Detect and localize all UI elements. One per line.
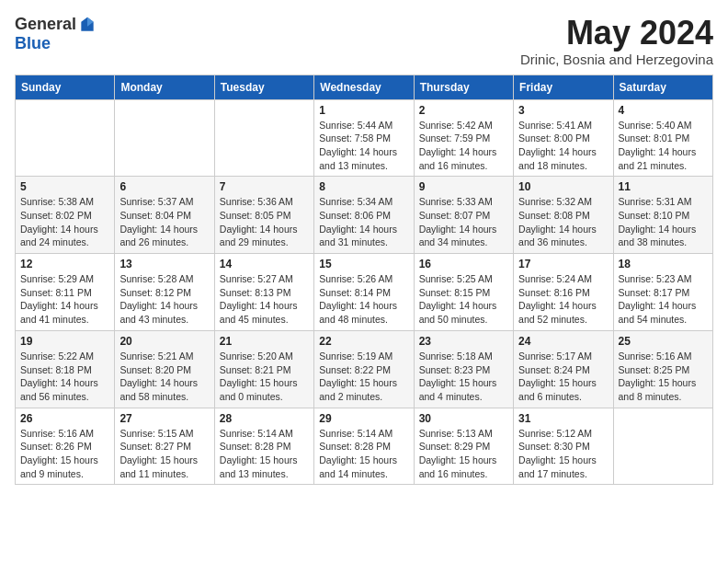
calendar-cell: 26Sunrise: 5:16 AMSunset: 8:26 PMDayligh… <box>16 408 115 485</box>
day-info: Sunrise: 5:17 AMSunset: 8:24 PMDaylight:… <box>518 350 608 404</box>
calendar-cell: 18Sunrise: 5:23 AMSunset: 8:17 PMDayligh… <box>613 254 712 331</box>
day-number: 10 <box>518 180 608 193</box>
day-number: 20 <box>119 335 209 348</box>
calendar-cell: 10Sunrise: 5:32 AMSunset: 8:08 PMDayligh… <box>514 177 613 254</box>
day-number: 12 <box>20 258 109 270</box>
calendar-cell: 20Sunrise: 5:21 AMSunset: 8:20 PMDayligh… <box>115 330 214 408</box>
calendar-week-row: 26Sunrise: 5:16 AMSunset: 8:26 PMDayligh… <box>16 408 713 485</box>
day-number: 23 <box>419 335 508 348</box>
calendar-day-header: Thursday <box>414 75 513 99</box>
day-number: 21 <box>220 335 309 348</box>
day-number: 3 <box>518 104 608 117</box>
day-info: Sunrise: 5:33 AMSunset: 8:07 PMDaylight:… <box>419 195 508 249</box>
day-info: Sunrise: 5:36 AMSunset: 8:05 PMDaylight:… <box>220 195 309 249</box>
calendar-cell: 27Sunrise: 5:15 AMSunset: 8:27 PMDayligh… <box>115 408 214 485</box>
day-number: 1 <box>319 104 408 117</box>
calendar-cell: 25Sunrise: 5:16 AMSunset: 8:25 PMDayligh… <box>613 330 712 408</box>
calendar-day-header: Monday <box>115 75 214 99</box>
calendar-week-row: 1Sunrise: 5:44 AMSunset: 7:58 PMDaylight… <box>16 99 713 177</box>
day-number: 19 <box>20 335 109 348</box>
month-title: May 2024 <box>520 15 713 52</box>
calendar-cell: 15Sunrise: 5:26 AMSunset: 8:14 PMDayligh… <box>314 254 414 331</box>
day-info: Sunrise: 5:24 AMSunset: 8:16 PMDaylight:… <box>518 272 608 327</box>
calendar-header-row: SundayMondayTuesdayWednesdayThursdayFrid… <box>16 75 713 99</box>
calendar-cell: 17Sunrise: 5:24 AMSunset: 8:16 PMDayligh… <box>514 254 613 331</box>
day-number: 28 <box>220 412 309 425</box>
day-info: Sunrise: 5:42 AMSunset: 7:59 PMDaylight:… <box>419 119 508 173</box>
calendar-cell <box>16 99 115 177</box>
logo: General Blue <box>15 15 97 53</box>
day-number: 31 <box>518 412 608 425</box>
location-text: Drinic, Bosnia and Herzegovina <box>520 52 713 67</box>
calendar-cell: 13Sunrise: 5:28 AMSunset: 8:12 PMDayligh… <box>115 254 214 331</box>
calendar-cell: 12Sunrise: 5:29 AMSunset: 8:11 PMDayligh… <box>16 254 115 331</box>
day-info: Sunrise: 5:12 AMSunset: 8:30 PMDaylight:… <box>518 427 608 481</box>
logo-general-text: General <box>15 15 76 34</box>
day-number: 29 <box>319 412 408 425</box>
day-number: 22 <box>319 335 408 348</box>
day-number: 27 <box>119 412 209 425</box>
calendar-week-row: 12Sunrise: 5:29 AMSunset: 8:11 PMDayligh… <box>16 254 713 331</box>
calendar-day-header: Wednesday <box>314 75 414 99</box>
day-info: Sunrise: 5:44 AMSunset: 7:58 PMDaylight:… <box>319 119 408 173</box>
day-info: Sunrise: 5:13 AMSunset: 8:29 PMDaylight:… <box>419 427 508 481</box>
calendar-cell: 31Sunrise: 5:12 AMSunset: 8:30 PMDayligh… <box>514 408 613 485</box>
calendar-cell: 30Sunrise: 5:13 AMSunset: 8:29 PMDayligh… <box>414 408 513 485</box>
calendar-cell: 3Sunrise: 5:41 AMSunset: 8:00 PMDaylight… <box>514 99 613 177</box>
day-number: 18 <box>619 258 708 270</box>
calendar-cell: 19Sunrise: 5:22 AMSunset: 8:18 PMDayligh… <box>16 330 115 408</box>
day-info: Sunrise: 5:16 AMSunset: 8:26 PMDaylight:… <box>20 427 109 481</box>
day-info: Sunrise: 5:14 AMSunset: 8:28 PMDaylight:… <box>220 427 309 481</box>
day-info: Sunrise: 5:15 AMSunset: 8:27 PMDaylight:… <box>119 427 209 481</box>
day-info: Sunrise: 5:16 AMSunset: 8:25 PMDaylight:… <box>619 350 708 404</box>
calendar-day-header: Sunday <box>16 75 115 99</box>
day-number: 6 <box>119 180 209 193</box>
day-number: 30 <box>419 412 508 425</box>
page-header: General Blue May 2024 Drinic, Bosnia and… <box>15 15 713 67</box>
day-info: Sunrise: 5:20 AMSunset: 8:21 PMDaylight:… <box>220 350 309 404</box>
calendar-day-header: Tuesday <box>214 75 313 99</box>
day-info: Sunrise: 5:28 AMSunset: 8:12 PMDaylight:… <box>119 272 209 327</box>
day-info: Sunrise: 5:18 AMSunset: 8:23 PMDaylight:… <box>419 350 508 404</box>
day-info: Sunrise: 5:21 AMSunset: 8:20 PMDaylight:… <box>119 350 209 404</box>
calendar-cell: 16Sunrise: 5:25 AMSunset: 8:15 PMDayligh… <box>414 254 513 331</box>
day-info: Sunrise: 5:26 AMSunset: 8:14 PMDaylight:… <box>319 272 408 327</box>
logo-icon <box>78 16 97 34</box>
calendar-cell <box>115 99 214 177</box>
calendar-cell: 1Sunrise: 5:44 AMSunset: 7:58 PMDaylight… <box>314 99 414 177</box>
day-number: 9 <box>419 180 508 193</box>
day-number: 17 <box>518 258 608 270</box>
calendar-cell: 24Sunrise: 5:17 AMSunset: 8:24 PMDayligh… <box>514 330 613 408</box>
day-info: Sunrise: 5:22 AMSunset: 8:18 PMDaylight:… <box>20 350 109 404</box>
day-info: Sunrise: 5:41 AMSunset: 8:00 PMDaylight:… <box>518 119 608 173</box>
title-block: May 2024 Drinic, Bosnia and Herzegovina <box>520 15 713 67</box>
calendar-cell: 5Sunrise: 5:38 AMSunset: 8:02 PMDaylight… <box>16 177 115 254</box>
logo-blue-text: Blue <box>15 34 51 53</box>
day-info: Sunrise: 5:27 AMSunset: 8:13 PMDaylight:… <box>220 272 309 327</box>
calendar-cell: 28Sunrise: 5:14 AMSunset: 8:28 PMDayligh… <box>214 408 313 485</box>
day-info: Sunrise: 5:29 AMSunset: 8:11 PMDaylight:… <box>20 272 109 327</box>
day-number: 4 <box>619 104 708 117</box>
day-number: 26 <box>20 412 109 425</box>
calendar-cell <box>214 99 313 177</box>
calendar-cell: 8Sunrise: 5:34 AMSunset: 8:06 PMDaylight… <box>314 177 414 254</box>
calendar-day-header: Saturday <box>613 75 712 99</box>
day-number: 14 <box>220 258 309 270</box>
day-number: 13 <box>119 258 209 270</box>
day-info: Sunrise: 5:32 AMSunset: 8:08 PMDaylight:… <box>518 195 608 249</box>
calendar-week-row: 5Sunrise: 5:38 AMSunset: 8:02 PMDaylight… <box>16 177 713 254</box>
day-info: Sunrise: 5:23 AMSunset: 8:17 PMDaylight:… <box>619 272 708 327</box>
day-number: 7 <box>220 180 309 193</box>
day-number: 25 <box>619 335 708 348</box>
day-number: 8 <box>319 180 408 193</box>
day-number: 24 <box>518 335 608 348</box>
day-info: Sunrise: 5:40 AMSunset: 8:01 PMDaylight:… <box>619 119 708 173</box>
day-info: Sunrise: 5:34 AMSunset: 8:06 PMDaylight:… <box>319 195 408 249</box>
calendar-table: SundayMondayTuesdayWednesdayThursdayFrid… <box>15 75 713 486</box>
day-number: 5 <box>20 180 109 193</box>
day-number: 16 <box>419 258 508 270</box>
calendar-cell: 9Sunrise: 5:33 AMSunset: 8:07 PMDaylight… <box>414 177 513 254</box>
day-info: Sunrise: 5:37 AMSunset: 8:04 PMDaylight:… <box>119 195 209 249</box>
day-info: Sunrise: 5:38 AMSunset: 8:02 PMDaylight:… <box>20 195 109 249</box>
day-number: 15 <box>319 258 408 270</box>
